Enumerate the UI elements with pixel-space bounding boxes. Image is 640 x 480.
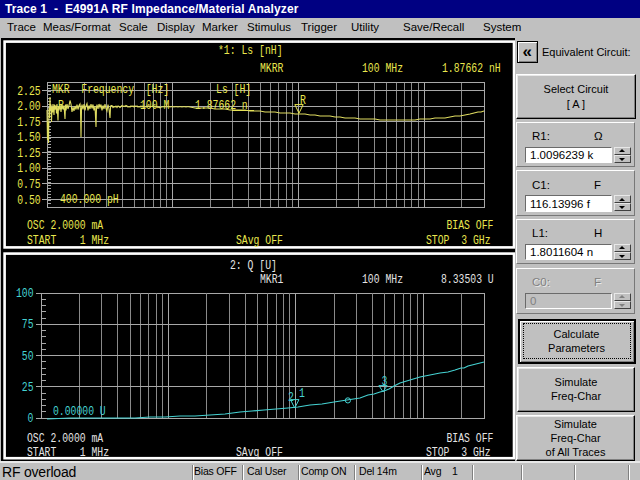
svg-text:START 1 MHz: START 1 MHz <box>27 233 109 248</box>
svg-text:BIAS OFF: BIAS OFF <box>447 431 494 446</box>
svg-text:8.33503 U: 8.33503 U <box>441 272 494 287</box>
svg-text:SAvg OFF: SAvg OFF <box>236 445 283 460</box>
svg-text:MKRR: MKRR <box>260 61 284 76</box>
svg-text:100 MHz: 100 MHz <box>362 61 403 76</box>
svg-text:1.00: 1.00 <box>17 161 40 176</box>
svg-text:1: 1 <box>299 386 305 401</box>
svg-text:1.50: 1.50 <box>17 130 40 145</box>
svg-text:1.25: 1.25 <box>17 146 40 161</box>
svg-text:100 MHz: 100 MHz <box>362 272 403 287</box>
svg-text:SAvg OFF: SAvg OFF <box>236 233 283 248</box>
svg-text:OSC 2.0000 mA: OSC 2.0000 mA <box>27 218 103 233</box>
svg-text:25: 25 <box>22 380 34 395</box>
svg-text:100 M: 100 M <box>140 98 169 113</box>
svg-text:MKR Frequency [Hz] Ls: MKR Frequency [Hz] Ls [H] <box>52 82 251 97</box>
svg-text:MKR1: MKR1 <box>260 272 284 287</box>
svg-text:1.75: 1.75 <box>17 115 40 130</box>
svg-text:STOP 3 GHz: STOP 3 GHz <box>426 445 491 460</box>
svg-text:0.75: 0.75 <box>17 177 40 192</box>
svg-text:STOP 3 GHz: STOP 3 GHz <box>426 233 491 248</box>
svg-text:400.000 pH: 400.000 pH <box>60 192 119 207</box>
svg-text:2.25: 2.25 <box>17 84 40 99</box>
svg-text:100: 100 <box>16 286 34 301</box>
svg-text:75: 75 <box>22 317 34 332</box>
svg-text:START 1 MHz: START 1 MHz <box>27 445 109 460</box>
svg-text:1.87662 nH: 1.87662 nH <box>442 61 501 76</box>
svg-text:0.50: 0.50 <box>17 193 40 208</box>
svg-text:0.00000 U: 0.00000 U <box>53 404 106 419</box>
svg-text:2.00: 2.00 <box>17 99 40 114</box>
svg-text:2: 2 <box>288 390 294 405</box>
svg-text:50: 50 <box>22 349 34 364</box>
svg-text:*1: Ls [nH]: *1: Ls [nH] <box>218 43 283 58</box>
svg-text:0: 0 <box>28 411 34 426</box>
svg-text:BIAS OFF: BIAS OFF <box>447 218 494 233</box>
svg-text:OSC 2.0000 mA: OSC 2.0000 mA <box>27 431 103 446</box>
